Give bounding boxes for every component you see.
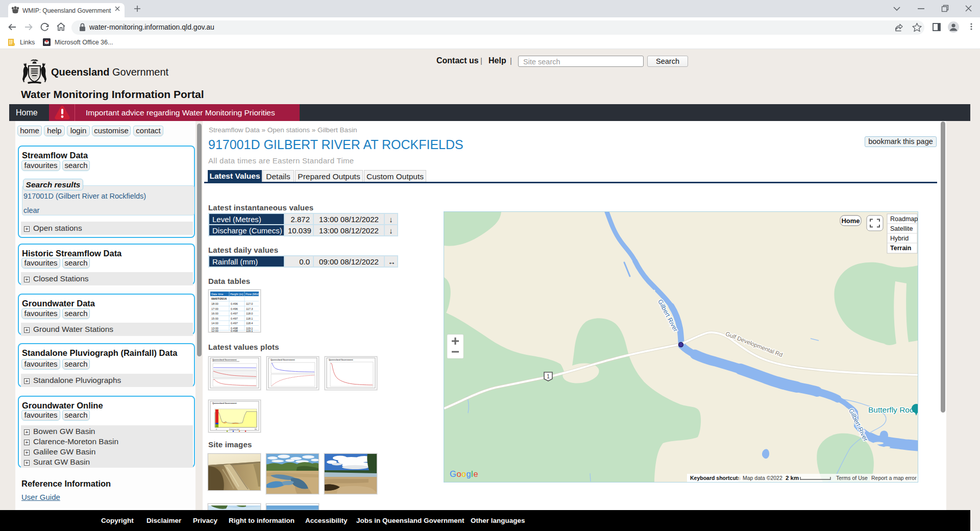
svg-text:118.1: 118.1 — [246, 317, 253, 320]
svg-text:09/07/2016: 09/07/2016 — [211, 297, 227, 300]
svg-text:Date time: Date time — [211, 293, 224, 296]
svg-text:117.0: 117.0 — [246, 302, 253, 305]
svg-text:Queensland Government: Queensland Government — [329, 358, 353, 361]
svg-text:o: o — [457, 469, 461, 478]
svg-text:Distance (m): Distance (m) — [229, 428, 239, 430]
svg-text:Hybrid: Hybrid — [890, 235, 909, 242]
svg-text:0.497: 0.497 — [231, 322, 238, 325]
svg-text:Flow (Ml/d): Flow (Ml/d) — [246, 293, 259, 296]
svg-text:1: 1 — [547, 374, 550, 379]
svg-text:2 km: 2 km — [786, 475, 799, 481]
svg-text:Report a map error: Report a map error — [871, 475, 917, 481]
svg-text:118.0: 118.0 — [246, 312, 253, 315]
svg-text:o: o — [461, 469, 466, 478]
svg-text:0.496: 0.496 — [231, 302, 238, 305]
svg-text:117.3: 117.3 — [246, 307, 253, 310]
svg-text:Satellite: Satellite — [890, 225, 913, 232]
svg-text:Roadmap: Roadmap — [890, 215, 918, 223]
svg-text:Queensland Government: Queensland Government — [271, 358, 295, 361]
svg-text:Height (m): Height (m) — [230, 293, 243, 296]
svg-text:l: l — [471, 469, 473, 478]
svg-text:17:00: 17:00 — [211, 307, 218, 310]
svg-text:80: 80 — [255, 428, 257, 430]
svg-text:0.498: 0.498 — [231, 329, 238, 332]
svg-text:Queensland Government: Queensland Government — [212, 402, 237, 404]
svg-text:12:00: 12:00 — [211, 329, 218, 332]
svg-text:e: e — [474, 469, 478, 478]
svg-text:119.1: 119.1 — [246, 329, 253, 332]
svg-text:Terms of Use: Terms of Use — [836, 475, 868, 481]
svg-text:Butterfly Rock: Butterfly Rock — [868, 405, 918, 414]
svg-text:Queensland Government: Queensland Government — [212, 358, 237, 361]
svg-text:Home: Home — [841, 217, 860, 225]
svg-text:16:00: 16:00 — [211, 312, 218, 315]
svg-text:0.497: 0.497 — [231, 312, 238, 315]
svg-text:118.4: 118.4 — [246, 322, 253, 325]
svg-text:18:00: 18:00 — [211, 302, 218, 305]
svg-text:15:00: 15:00 — [211, 317, 218, 320]
svg-text:0: 0 — [216, 428, 217, 430]
svg-text:0.496: 0.496 — [231, 307, 238, 310]
svg-text:14:00: 14:00 — [211, 322, 218, 325]
svg-text:Terrain: Terrain — [890, 245, 911, 252]
svg-text:g: g — [467, 469, 471, 478]
svg-text:Keyboard shortcuts: Keyboard shortcuts — [690, 475, 741, 481]
svg-text:Map data ©2022: Map data ©2022 — [743, 475, 782, 481]
svg-text:G: G — [450, 469, 456, 478]
svg-text:0.497: 0.497 — [231, 317, 238, 320]
